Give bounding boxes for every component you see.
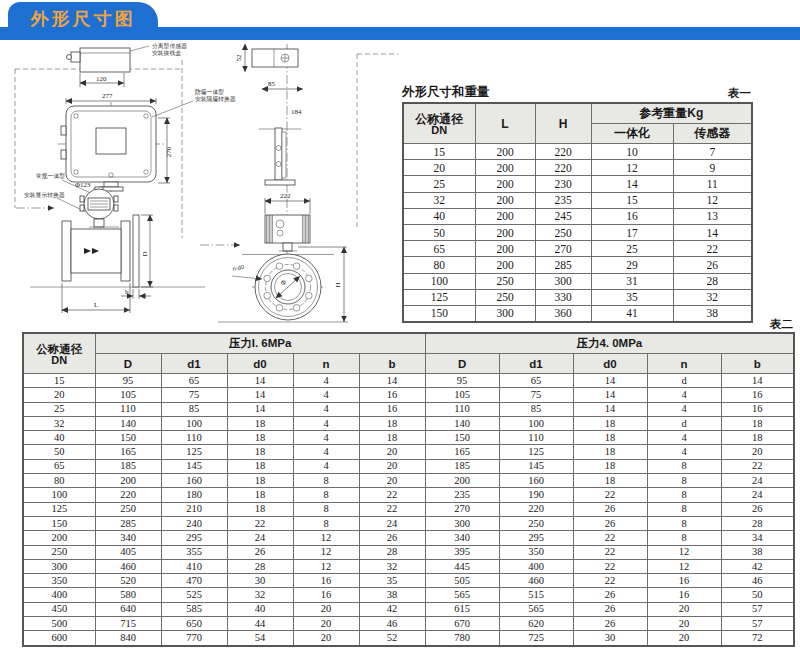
flange-dimensions-table: 公称通径 DN 压力I. 6MPa 压力4. 0MPa D d1 d0 n b …: [22, 332, 795, 647]
outline-dimension-drawing: 120 分离型传感器 安装接线盒 277 270 防爆一体型 安装隔爆转: [0, 40, 400, 332]
table-cell: 20: [293, 631, 359, 646]
callout-standard-type: 常规一体型: [36, 172, 65, 180]
table-cell: 620: [499, 617, 573, 631]
t1-col-sensor: 传感器: [673, 124, 752, 144]
table-cell: 38: [359, 588, 425, 602]
table-row: 401501101841815011018418: [23, 431, 794, 445]
table-cell: 32: [403, 192, 475, 208]
dim-label-head-diameter: Φ123: [75, 181, 91, 189]
table-cell: 150: [95, 431, 161, 445]
table-cell: 295: [161, 531, 227, 545]
table-cell: 26: [721, 502, 794, 516]
table-cell: 200: [475, 241, 535, 257]
t2-sub-n16: n: [293, 354, 359, 374]
table-row: 20034029524122634029522834: [23, 531, 794, 545]
table-cell: 22: [227, 516, 293, 530]
table-cell: 18: [227, 459, 293, 473]
table-cell: 26: [573, 602, 647, 616]
dim-label-184: 184: [291, 108, 302, 116]
table-row: 15200220107: [403, 144, 752, 160]
table-cell: 400: [499, 559, 573, 573]
t2-sub-d016: d0: [227, 354, 293, 374]
table-cell: 16: [721, 402, 794, 416]
table-cell: 22: [573, 488, 647, 502]
table-cell: 29: [591, 257, 673, 273]
table-cell: 12: [647, 559, 721, 573]
table-cell: 40: [403, 208, 475, 224]
table-cell: 32: [673, 289, 752, 305]
table-cell: 7: [673, 144, 752, 160]
table-cell: 31: [591, 273, 673, 289]
table-cell: 150: [425, 431, 499, 445]
table-cell: 14: [673, 224, 752, 240]
table-cell: 220: [499, 502, 573, 516]
table-cell: 615: [425, 602, 499, 616]
table-cell: 16: [359, 402, 425, 416]
t1-col-integrated: 一体化: [591, 124, 673, 144]
table-cell: 250: [535, 224, 591, 240]
table-cell: 38: [721, 545, 794, 559]
table-cell: 16: [293, 588, 359, 602]
table-cell: 250: [95, 502, 161, 516]
table-cell: 16: [647, 588, 721, 602]
table-cell: 4: [647, 445, 721, 459]
table-cell: 42: [721, 559, 794, 573]
dim-label-L: L: [94, 301, 98, 309]
table-cell: 330: [535, 289, 591, 305]
table-cell: 640: [95, 602, 161, 616]
table-cell: 26: [573, 617, 647, 631]
table-cell: 200: [475, 208, 535, 224]
t1-col-L: L: [475, 103, 535, 144]
table-cell: 250: [499, 516, 573, 530]
table-cell: 65: [161, 374, 227, 388]
table-cell: 20: [23, 388, 95, 402]
table-row: 400580525321638565515261650: [23, 588, 794, 602]
table-cell: 500: [23, 617, 95, 631]
table-row: 802002852926: [403, 257, 752, 273]
table-row: 1002503003128: [403, 273, 752, 289]
table1-section: 外形尺寸和重量 表一 公称通径 DN L H 参考重量Kg 一体化 传感器: [402, 84, 751, 323]
table-cell: 50: [721, 588, 794, 602]
table-cell: 270: [535, 241, 591, 257]
table-cell: 14: [359, 374, 425, 388]
t2-sub-n40: n: [647, 354, 721, 374]
table-cell: 20: [293, 617, 359, 631]
table-cell: 80: [403, 257, 475, 273]
table-cell: 22: [359, 502, 425, 516]
table-cell: 20: [293, 602, 359, 616]
table-cell: 8: [647, 488, 721, 502]
table-row: 20200220129: [403, 160, 752, 176]
t2-sub-b16: b: [359, 354, 425, 374]
table-cell: 12: [293, 531, 359, 545]
table-cell: 18: [573, 445, 647, 459]
table-cell: 26: [673, 257, 752, 273]
table-cell: 520: [95, 574, 161, 588]
table-cell: 185: [425, 459, 499, 473]
table-row: 1002201801882223519022824: [23, 488, 794, 502]
table-cell: 340: [425, 531, 499, 545]
table-cell: 75: [499, 388, 573, 402]
table-cell: 25: [403, 176, 475, 192]
table-cell: 725: [499, 631, 573, 646]
table-cell: 14: [227, 374, 293, 388]
table-cell: 8: [647, 502, 721, 516]
table-cell: 200: [475, 224, 535, 240]
dim-label-270: 270: [165, 146, 173, 157]
table-cell: 22: [573, 559, 647, 573]
table-cell: 14: [227, 388, 293, 402]
table-cell: 110: [161, 431, 227, 445]
converter-front-drawing: 277 270 防爆一体型 安装隔爆转换器: [61, 88, 236, 191]
table-cell: 245: [535, 208, 591, 224]
table-cell: 300: [425, 516, 499, 530]
table-cell: 4: [293, 459, 359, 473]
table-cell: 285: [535, 257, 591, 273]
table-cell: 4: [647, 431, 721, 445]
table-cell: 105: [95, 388, 161, 402]
table-cell: 95: [425, 374, 499, 388]
table-cell: 16: [591, 208, 673, 224]
table-row: 402002451613: [403, 208, 752, 224]
table-cell: 580: [95, 588, 161, 602]
flowmeter-side-drawing: 常规一体型 Φ123 安装显示转换器 D: [24, 172, 205, 313]
table-cell: 4: [293, 445, 359, 459]
table1-tag: 表一: [728, 86, 751, 101]
